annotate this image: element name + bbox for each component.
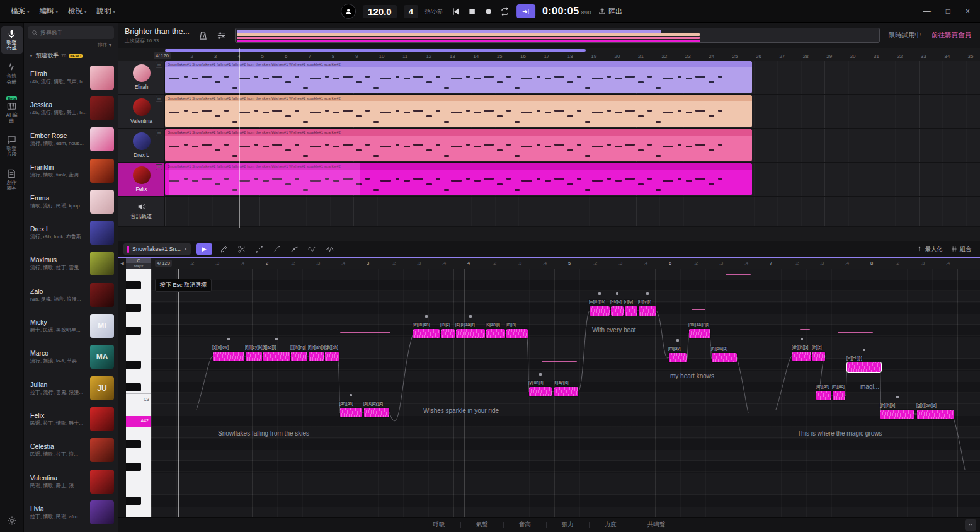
note[interactable] [529,387,552,396]
scissors-tool-button[interactable] [235,243,248,255]
pencil-tool-button[interactable] [217,243,230,255]
record-button[interactable] [484,7,493,16]
piano-key-g-2[interactable] [126,439,151,450]
close-icon[interactable]: × [184,246,187,252]
buy-membership-link[interactable]: 前往購買會員 [932,31,971,40]
note[interactable] [441,329,455,338]
rail-item-歌聲合成[interactable]: 歌聲合成 [1,26,23,54]
singer-maximus[interactable]: Maximus 流行, 情歌, 拉丁, 雷鬼... [24,248,118,279]
piano-key-e2[interactable] [126,484,151,495]
singer-search[interactable] [28,26,114,39]
param-tab-力度[interactable]: 力度 [605,521,617,529]
note[interactable] [833,391,845,400]
note[interactable] [625,306,637,316]
rail-item-歌聲片段[interactable]: 歌聲片段 [1,132,23,159]
panel-toggle-button[interactable] [965,519,976,531]
close-button[interactable]: × [966,7,970,16]
audio-track-lane[interactable] [165,197,980,226]
loop-region-bar[interactable] [165,49,586,52]
collapse-keys-button[interactable]: ◀ [118,258,126,269]
singer-ember-rose[interactable]: Ember Rose 流行, 情歌, edm, hous... [24,124,118,155]
piano-key-b2[interactable] [126,405,151,416]
song-overview[interactable] [235,28,880,43]
singer-emma[interactable]: Emma 情歌, 流行, 民谣, kpop... [24,186,118,217]
piano-key-g-3[interactable] [126,303,151,314]
skip-back-button[interactable] [451,7,460,16]
note[interactable] [325,352,339,361]
param-tab-音高[interactable]: 音高 [519,521,531,529]
account-button[interactable] [341,4,356,19]
param-tab-氣聲[interactable]: 氣聲 [476,521,488,529]
singer-valentina[interactable]: Valentina 民谣, 情歌, 爵士, 浪... [24,466,118,497]
note-handle[interactable] [863,349,865,351]
loop-button[interactable] [500,7,510,16]
audio-track-header[interactable]: 音訊軌道 [118,197,165,226]
param-tab-張力[interactable]: 張力 [562,521,574,529]
piano-key-b3[interactable] [126,269,151,280]
note[interactable] [364,408,389,417]
mute-button[interactable]: M [156,96,162,102]
export-button[interactable]: 匯出 [598,7,622,16]
stop-button[interactable] [467,7,477,16]
track-header-valentina[interactable]: M Valentina [118,95,165,128]
note[interactable] [812,352,825,361]
tempo-display[interactable]: 120.0 [363,5,397,18]
arrangement-ruler[interactable]: 4/ 120 123456789101112131415161718192021… [165,48,980,61]
editor-playhead[interactable] [178,269,179,517]
singer-franklin[interactable]: Franklin 流行, 情歌, funk, 蓝调... [24,155,118,186]
singer-drex-l[interactable]: Drex L 流行, r&b, funk, 布鲁斯... [24,217,118,248]
note[interactable] [291,352,307,361]
note[interactable] [340,408,362,417]
note[interactable] [639,306,656,316]
note-handle[interactable] [598,292,601,295]
clip-play-button[interactable]: ▶ [196,243,212,255]
note-handle[interactable] [350,394,352,396]
anchor-tool-button[interactable] [288,243,300,255]
singer-julian[interactable]: Julian 拉丁, 流行, 雷鬼, 浪漫... JU [24,373,118,403]
line-tool-button[interactable] [253,243,265,255]
vibrato-tool-button[interactable] [323,243,336,255]
singer-elirah[interactable]: Elirah r&b, 流行, 情歌, 气声, h... [24,62,118,93]
note-handle[interactable] [425,315,428,318]
project-title[interactable]: Brighter than the... [125,27,190,36]
singer-zalo[interactable]: Zalo r&b, 灵魂, 福音, 浪漫... [24,279,118,310]
clip-valentina[interactable]: Snowflakes#1 Snowflakes#2 falling#1 fall… [165,95,752,127]
note-handle[interactable] [801,338,803,340]
note[interactable] [309,352,324,361]
rail-item-音軌分離[interactable]: 音軌分離 [1,60,23,87]
note[interactable] [611,306,624,316]
note[interactable] [246,352,262,361]
menu-說明[interactable]: 說明▾ [93,4,120,18]
note-handle[interactable] [616,292,618,295]
piano-key-d-3[interactable] [126,359,151,371]
minimize-button[interactable]: — [923,7,931,16]
piano-key-a2[interactable] [126,427,151,439]
track-header-felix[interactable]: M Felix [118,163,165,196]
note[interactable] [413,329,440,338]
note[interactable] [669,353,687,362]
piano-key-f2[interactable] [126,473,151,484]
scale-chip[interactable]: C Major [126,258,151,269]
track-lane[interactable]: Snowflakes#1 Snowflakes#2 falling#1 fall… [165,163,980,196]
note-handle[interactable] [676,339,679,342]
track-header-elirah[interactable]: M Elirah [118,61,165,94]
note[interactable] [689,329,710,338]
note-handle[interactable] [539,373,542,376]
mute-button[interactable]: M [156,164,162,170]
sort-button[interactable]: 排序 ▾ [24,40,118,50]
clip-felix[interactable]: Snowflakes#1 Snowflakes#2 falling#1 fall… [165,163,752,195]
singer-micky[interactable]: Micky 爵士, 民谣, 黑胶明星... MI [24,310,118,341]
piano-key-f3[interactable] [126,337,151,348]
note-grid[interactable]: [s][n][ow] [f][l][ey][k][s] [f][ao][l] [… [151,269,980,517]
note[interactable] [590,306,610,316]
menu-編輯[interactable]: 編輯▾ [35,4,63,18]
clip-elirah[interactable]: Snowflakes#1 Snowflakes#2 falling#1 fall… [165,61,752,93]
note[interactable] [506,329,528,338]
piano-key-f-3[interactable] [126,325,151,337]
note-handle[interactable] [896,396,899,398]
wave-tool-button[interactable] [305,243,318,255]
piano-key-e3[interactable] [126,348,151,359]
singer-livia[interactable]: Livia 拉丁, 情歌, 民谣, afro... [24,497,118,528]
note-handle[interactable] [275,338,278,340]
param-tab-呼吸[interactable]: 呼吸 [433,521,445,529]
